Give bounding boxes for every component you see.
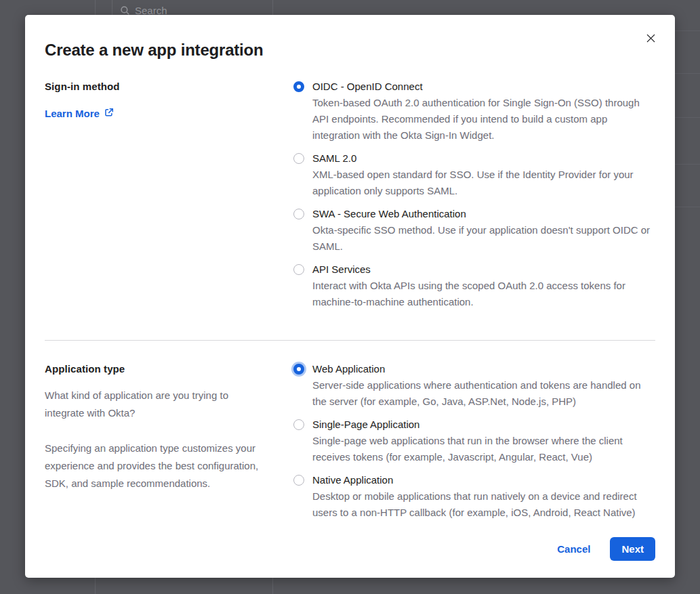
option-single-page-application: Single-Page Application Single-page web … — [293, 417, 655, 465]
option-label: API Services — [312, 261, 371, 278]
option-swa: SWA - Secure Web Authentication Okta-spe… — [293, 206, 655, 255]
option-single-page-application-clickarea[interactable]: Single-Page Application — [293, 417, 655, 433]
option-oidc: OIDC - OpenID Connect Token-based OAuth … — [293, 79, 655, 144]
option-label: SAML 2.0 — [312, 150, 356, 167]
radio-button[interactable] — [293, 364, 304, 375]
option-description: Okta-specific SSO method. Use if your ap… — [312, 222, 655, 255]
signin-method-section: Sign-in method Learn More — [45, 79, 655, 317]
option-description: Interact with Okta APIs using the scoped… — [312, 278, 655, 310]
application-type-section: Application type What kind of applicatio… — [45, 361, 655, 528]
application-type-help-text: Specifying an application type customize… — [45, 440, 268, 492]
radio-button[interactable] — [293, 153, 304, 164]
option-web-application-clickarea[interactable]: Web Application — [293, 361, 655, 377]
option-label: SWA - Secure Web Authentication — [312, 206, 466, 222]
signin-method-label: Sign-in method — [45, 79, 268, 95]
radio-button[interactable] — [293, 209, 304, 219]
option-web-application: Web Application Server-side applications… — [293, 361, 655, 410]
application-type-label: Application type — [45, 361, 268, 377]
option-label: Single-Page Application — [312, 417, 419, 433]
option-description: Single-page web applications that run in… — [312, 433, 655, 465]
option-swa-clickarea[interactable]: SWA - Secure Web Authentication — [293, 206, 655, 222]
option-description: Token-based OAuth 2.0 authentication for… — [312, 95, 655, 144]
search-icon — [120, 5, 130, 16]
option-description: Server-side applications where authentic… — [312, 377, 655, 410]
external-link-icon — [104, 106, 114, 122]
radio-button[interactable] — [293, 264, 304, 275]
option-native-application-clickarea[interactable]: Native Application — [293, 472, 655, 488]
option-saml: SAML 2.0 XML-based open standard for SSO… — [293, 150, 655, 199]
option-label: Native Application — [312, 472, 393, 488]
dialog-footer: Cancel Next — [45, 537, 655, 561]
dialog-title: Create a new app integration — [45, 41, 655, 60]
close-icon[interactable] — [642, 30, 659, 46]
radio-button[interactable] — [293, 81, 304, 92]
section-divider — [45, 340, 655, 341]
option-description: XML-based open standard for SSO. Use if … — [312, 167, 655, 199]
radio-button[interactable] — [293, 419, 304, 430]
radio-button[interactable] — [293, 475, 304, 486]
option-label: Web Application — [312, 361, 385, 377]
learn-more-link[interactable]: Learn More — [45, 106, 114, 122]
option-api-services: API Services Interact with Okta APIs usi… — [293, 261, 655, 310]
option-label: OIDC - OpenID Connect — [312, 79, 423, 95]
option-api-services-clickarea[interactable]: API Services — [293, 261, 655, 278]
create-app-integration-dialog: Create a new app integration Sign-in met… — [25, 15, 675, 578]
next-button[interactable]: Next — [610, 537, 655, 561]
option-saml-clickarea[interactable]: SAML 2.0 — [293, 150, 655, 167]
learn-more-label: Learn More — [45, 106, 100, 122]
option-native-application: Native Application Desktop or mobile app… — [293, 472, 655, 521]
option-description: Desktop or mobile applications that run … — [312, 488, 655, 521]
option-oidc-clickarea[interactable]: OIDC - OpenID Connect — [293, 79, 655, 95]
application-type-question: What kind of application are you trying … — [45, 387, 268, 422]
cancel-button[interactable]: Cancel — [557, 543, 590, 555]
